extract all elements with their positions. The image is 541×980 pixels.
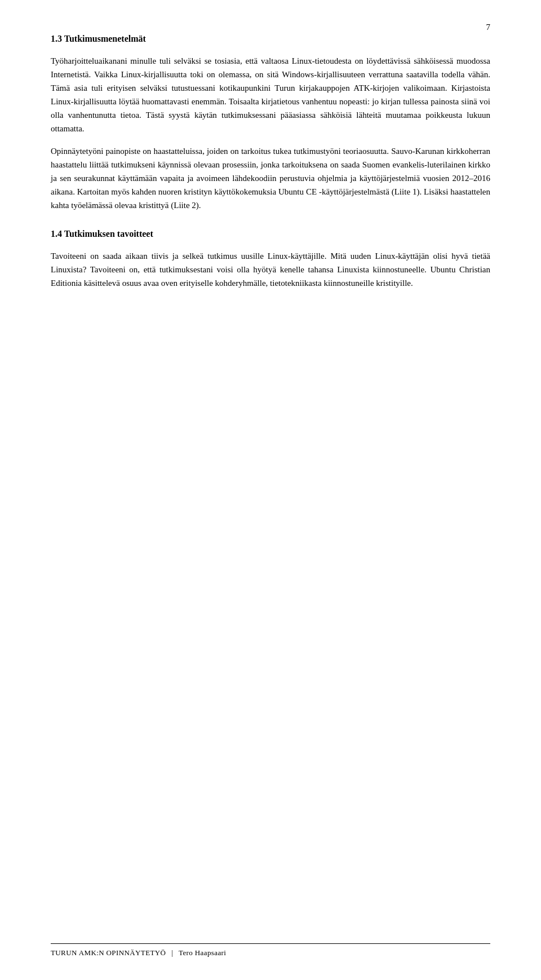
footer: TURUN AMK:N OPINNÄYTETYÖ | Tero Haapsaar… bbox=[51, 943, 490, 957]
footer-separator: | bbox=[171, 948, 173, 957]
section-1-3: 1.3 Tutkimusmenetelmät Työharjoitteluaik… bbox=[51, 34, 490, 212]
footer-left: TURUN AMK:N OPINNÄYTETYÖ bbox=[51, 948, 166, 957]
section-1-3-heading: 1.3 Tutkimusmenetelmät bbox=[51, 34, 490, 44]
page-container: 7 1.3 Tutkimusmenetelmät Työharjoittelua… bbox=[0, 0, 541, 980]
section-1-4-heading: 1.4 Tutkimuksen tavoitteet bbox=[51, 229, 490, 239]
page-number: 7 bbox=[486, 23, 491, 32]
section-1-3-paragraph-1: Työharjoitteluaikanani minulle tuli selv… bbox=[51, 54, 490, 135]
section-1-3-paragraph-2: Opinnäytetyöni painopiste on haastattelu… bbox=[51, 144, 490, 212]
footer-right: Tero Haapsaari bbox=[179, 948, 226, 957]
section-1-4-paragraph-1: Tavoiteeni on saada aikaan tiivis ja sel… bbox=[51, 249, 490, 290]
section-1-4: 1.4 Tutkimuksen tavoitteet Tavoiteeni on… bbox=[51, 229, 490, 290]
